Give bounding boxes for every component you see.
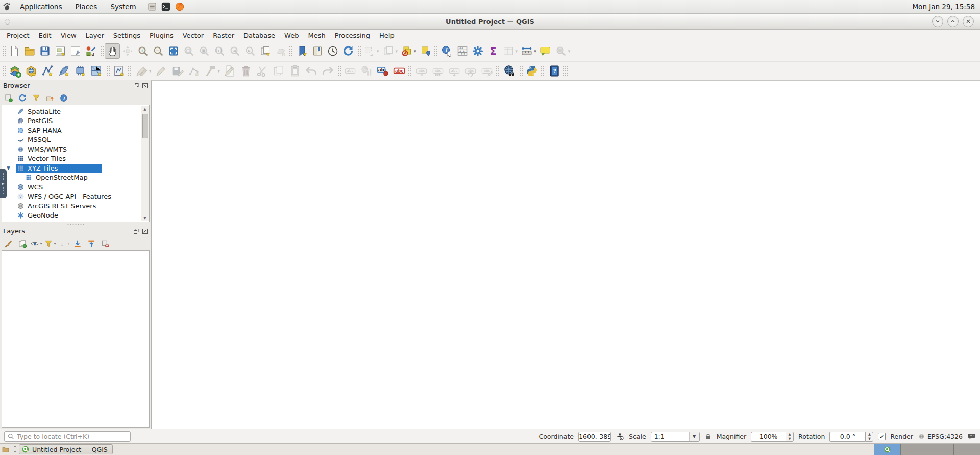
render-checkbox[interactable] <box>878 433 886 440</box>
rotation-spin-down-icon[interactable]: ▼ <box>866 437 873 441</box>
temporal-controller-button[interactable] <box>325 43 340 59</box>
add-selected-layers-button[interactable] <box>3 92 15 104</box>
map-tips-button[interactable] <box>538 43 553 59</box>
filter-legend-button[interactable]: ▾ <box>44 237 56 250</box>
new-project-button[interactable] <box>7 43 22 59</box>
scroll-up-icon[interactable]: ▲ <box>143 106 146 112</box>
dock-edge-handle[interactable]: ► <box>0 169 7 198</box>
new-temporary-scratch-layer-button[interactable] <box>111 63 127 79</box>
file-manager-launcher[interactable] <box>147 2 158 12</box>
deselect-all-layers-button[interactable]: ▾ <box>399 43 418 59</box>
system-menu[interactable]: System <box>104 0 142 13</box>
menu-mesh[interactable]: Mesh <box>303 30 330 41</box>
tree-item-cell[interactable]: ArcGIS REST Servers <box>16 202 99 211</box>
browser-item-wms-wmts[interactable]: WMS/WMTS <box>2 145 149 154</box>
enable-properties-widget-button[interactable]: i <box>58 92 70 104</box>
zoom-full-button[interactable] <box>166 43 181 59</box>
new-spatialite-layer-button[interactable] <box>56 63 72 79</box>
browser-item-sap-hana[interactable]: SAP HANA <box>2 126 149 135</box>
new-shapefile-layer-button[interactable] <box>39 63 56 79</box>
measure-line-button[interactable]: ▾ <box>519 43 538 59</box>
zoom-in-button[interactable]: + <box>135 43 151 59</box>
coordinate-input[interactable] <box>578 432 611 442</box>
menu-project[interactable]: Project <box>2 30 34 41</box>
places-menu[interactable]: Places <box>68 0 104 13</box>
help-contents-button[interactable]: ? <box>546 63 562 79</box>
tree-item-cell[interactable]: WMS/WMTS <box>16 145 69 154</box>
new-geopackage-layer-button[interactable] <box>23 63 39 79</box>
layers-close-button[interactable] <box>141 228 148 234</box>
taskbar-window-button[interactable]: Untitled Project — QGIS <box>19 444 113 454</box>
manage-map-themes-button[interactable]: ▾ <box>30 237 42 250</box>
menu-layer[interactable]: Layer <box>81 30 109 41</box>
browser-item-geonode[interactable]: GeoNode <box>2 211 149 221</box>
workspace-1[interactable] <box>874 444 900 455</box>
applications-menu[interactable]: Applications <box>13 0 68 13</box>
tree-item-cell[interactable]: OpenStreetMap <box>24 173 90 182</box>
workspace-4[interactable] <box>953 444 980 455</box>
gnome-foot-icon[interactable] <box>0 2 13 12</box>
metasearch-button[interactable] <box>501 63 518 79</box>
browser-item-wfs-ogc-api-features[interactable]: VWFS / OGC API - Features <box>2 192 149 202</box>
panel-splitter[interactable] <box>0 222 151 226</box>
select-by-value-button[interactable] <box>418 43 433 59</box>
statistical-summary-button[interactable]: Σ <box>485 43 501 59</box>
lock-scale-icon[interactable] <box>704 433 712 440</box>
field-calculator-button[interactable] <box>455 43 470 59</box>
layers-float-button[interactable] <box>133 228 139 234</box>
magnifier-spin-down-icon[interactable]: ▼ <box>786 437 793 441</box>
tree-item-cell[interactable]: VWFS / OGC API - Features <box>16 192 114 201</box>
collapse-all-button[interactable] <box>44 92 56 104</box>
terminal-launcher[interactable] <box>161 2 172 12</box>
show-spatial-bookmarks-button[interactable] <box>310 43 325 59</box>
data-source-manager-button[interactable] <box>7 63 23 79</box>
rotation-input[interactable] <box>829 432 865 442</box>
layers-list-empty[interactable] <box>2 250 150 428</box>
dropdown-caret-icon[interactable]: ▾ <box>534 49 536 54</box>
menu-raster[interactable]: Raster <box>208 30 239 41</box>
panel-clock[interactable]: Mon Jan 29, 15:58 <box>912 3 980 11</box>
new-mesh-layer-button[interactable] <box>88 63 105 79</box>
scale-dropdown-caret[interactable]: ▼ <box>689 432 699 441</box>
window-titlebar[interactable]: Untitled Project — QGIS <box>0 14 980 30</box>
tree-item-cell[interactable]: Vector Tiles <box>16 154 68 163</box>
rotation-spin-up-icon[interactable]: ▲ <box>866 432 873 437</box>
expand-all-layers-button[interactable] <box>71 237 84 250</box>
tree-item-cell[interactable]: WCS <box>16 183 45 192</box>
magnifier-input[interactable] <box>751 432 786 442</box>
new-map-view-button[interactable] <box>258 43 273 59</box>
refresh-map-button[interactable] <box>340 43 356 59</box>
menu-vector[interactable]: Vector <box>178 30 208 41</box>
collapse-arrow-icon[interactable]: ▼ <box>7 165 16 171</box>
new-virtual-layer-button[interactable] <box>72 63 88 79</box>
add-group-button[interactable] <box>16 237 29 250</box>
browser-item-spatialite[interactable]: SpatiaLite <box>2 107 149 116</box>
pan-map-button[interactable] <box>105 43 120 59</box>
coordinate-extents-toggle-icon[interactable] <box>616 432 624 441</box>
dropdown-caret-icon[interactable]: ▾ <box>54 241 56 246</box>
new-spatial-bookmark-button[interactable] <box>295 43 310 59</box>
message-log-icon[interactable] <box>967 432 976 441</box>
tree-item-cell[interactable]: XYZ Tiles <box>16 164 102 173</box>
browser-item-xyz-tiles[interactable]: ▼XYZ Tiles <box>2 163 149 173</box>
open-project-button[interactable] <box>22 43 37 59</box>
file-browser-applet-icon[interactable] <box>2 445 10 453</box>
menu-database[interactable]: Database <box>239 30 280 41</box>
dropdown-caret-icon[interactable]: ▾ <box>40 241 42 246</box>
menu-processing[interactable]: Processing <box>330 30 375 41</box>
browser-scrollbar[interactable]: ▲ ▼ <box>141 106 149 221</box>
browser-item-vector-tiles[interactable]: Vector Tiles <box>2 154 149 164</box>
filter-browser-button[interactable] <box>30 92 42 104</box>
layer-diagram-options-button[interactable]: abc <box>391 63 407 79</box>
save-project-button[interactable] <box>37 43 53 59</box>
tree-item-cell[interactable]: SpatiaLite <box>16 107 63 116</box>
style-manager-button[interactable]: a <box>83 43 99 59</box>
menu-help[interactable]: Help <box>375 30 399 41</box>
browser-item-wcs[interactable]: WCS <box>2 182 149 192</box>
menu-view[interactable]: View <box>56 30 81 41</box>
menu-settings[interactable]: Settings <box>109 30 145 41</box>
maximize-button[interactable] <box>947 16 959 27</box>
menu-web[interactable]: Web <box>280 30 303 41</box>
zoom-out-button[interactable]: − <box>151 43 166 59</box>
browser-item-mssql[interactable]: MSSQL <box>2 135 149 145</box>
